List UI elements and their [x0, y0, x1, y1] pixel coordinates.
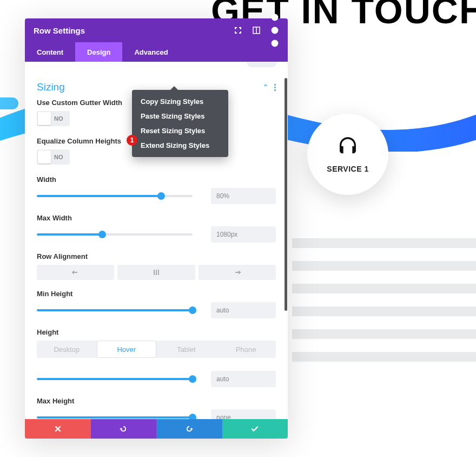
height-label: Height	[37, 328, 276, 336]
device-tab-phone[interactable]: Phone	[216, 341, 276, 358]
max-width-value[interactable]: 1080px	[211, 226, 276, 243]
min-height-label: Min Height	[37, 290, 276, 298]
align-left-button[interactable]	[37, 265, 114, 280]
width-label: Width	[37, 175, 276, 184]
svg-rect-8	[158, 270, 159, 275]
tab-content[interactable]: Content	[25, 42, 75, 62]
service-label: SERVICE 1	[327, 165, 368, 173]
device-tabs: Desktop Hover Tablet Phone	[37, 341, 276, 358]
chevron-up-icon[interactable]: ⌃	[262, 83, 269, 92]
settings-panel: Row Settings Content Design Advanced Siz…	[25, 18, 288, 439]
align-right-button[interactable]	[199, 265, 276, 280]
tab-advanced[interactable]: Advanced	[122, 42, 180, 62]
equalize-toggle[interactable]: NO	[37, 149, 70, 165]
max-height-label: Max Height	[37, 397, 276, 405]
scrollbar[interactable]	[285, 78, 287, 311]
device-tab-tablet[interactable]: Tablet	[156, 341, 216, 358]
max-width-slider[interactable]	[37, 233, 193, 236]
placeholder-bar	[292, 261, 476, 271]
context-menu: Copy Sizing Styles Paste Sizing Styles R…	[132, 90, 228, 157]
placeholder-bar	[292, 238, 476, 248]
save-button[interactable]	[222, 419, 288, 439]
svg-rect-7	[156, 270, 157, 275]
min-height-slider[interactable]	[37, 309, 193, 311]
placeholder-bar	[292, 329, 476, 339]
max-height-slider[interactable]	[37, 416, 193, 419]
decorative-blob	[0, 97, 18, 109]
expand-icon[interactable]	[234, 26, 242, 35]
min-height-value[interactable]: auto	[211, 302, 276, 318]
panel-title: Row Settings	[34, 26, 85, 35]
placeholder-bar	[292, 352, 476, 362]
undo-button[interactable]	[91, 419, 157, 439]
step-badge: 1	[127, 135, 137, 146]
panel-header: Row Settings	[25, 18, 288, 42]
section-more-icon[interactable]	[274, 84, 276, 91]
max-height-value[interactable]: none	[211, 409, 276, 419]
redo-button[interactable]	[156, 419, 222, 439]
height-slider[interactable]	[37, 378, 193, 380]
toggle-state: NO	[51, 115, 69, 122]
row-alignment-label: Row Alignment	[37, 252, 276, 260]
svg-rect-6	[154, 270, 155, 275]
section-title: Sizing	[37, 81, 65, 93]
svg-point-2	[272, 14, 279, 21]
collapsed-pill	[247, 62, 277, 67]
height-value[interactable]: auto	[211, 371, 276, 387]
width-slider[interactable]	[37, 195, 193, 197]
menu-reset-styles[interactable]: Reset Sizing Styles	[132, 123, 228, 138]
panel-footer	[25, 419, 288, 439]
device-tab-desktop[interactable]: Desktop	[37, 341, 97, 358]
menu-extend-styles[interactable]: Extend Sizing Styles	[132, 138, 228, 153]
cancel-button[interactable]	[25, 419, 91, 439]
placeholder-bar	[292, 306, 476, 316]
max-width-label: Max Width	[37, 214, 276, 222]
menu-copy-styles[interactable]: Copy Sizing Styles	[132, 94, 228, 109]
headphones-icon	[337, 135, 359, 157]
device-tab-hover[interactable]: Hover	[97, 341, 157, 358]
placeholder-bar	[292, 284, 476, 293]
service-card: SERVICE 1	[307, 114, 388, 195]
align-center-button[interactable]	[117, 265, 195, 280]
more-icon[interactable]	[270, 26, 279, 35]
tab-bar: Content Design Advanced	[25, 42, 288, 62]
menu-paste-styles[interactable]: Paste Sizing Styles	[132, 109, 228, 123]
toggle-state: NO	[51, 154, 69, 160]
svg-point-3	[272, 27, 279, 34]
width-value[interactable]: 80%	[211, 188, 276, 204]
svg-point-4	[272, 40, 279, 47]
tab-design[interactable]: Design	[75, 42, 122, 62]
columns-icon[interactable]	[252, 26, 261, 35]
gutter-width-toggle[interactable]: NO	[37, 111, 70, 126]
